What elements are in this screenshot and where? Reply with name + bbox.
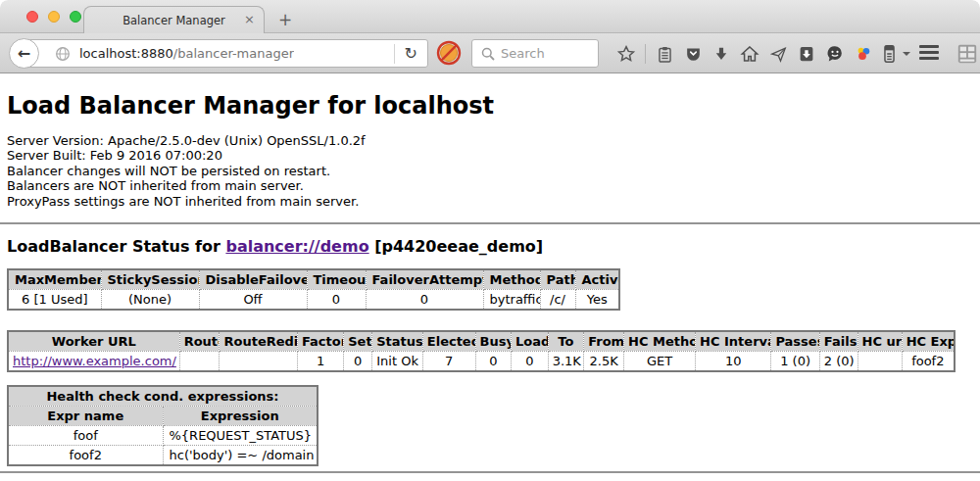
- col-routeredir: RouteRedir: [220, 331, 298, 352]
- reading-list-icon[interactable]: [653, 42, 676, 66]
- downloads-panel-icon[interactable]: [795, 42, 818, 66]
- cell-expression: hc('body') =~ /domain is established/: [163, 446, 318, 466]
- plugin-blocked-icon[interactable]: [436, 40, 462, 66]
- cell-route: [179, 352, 220, 372]
- bottom-divider: [0, 471, 980, 473]
- cell-expr-name: foof2: [8, 446, 163, 466]
- col-hc-method: HC Method: [624, 331, 696, 352]
- cell-hc-interval: 10: [696, 352, 771, 372]
- col-disablefailover: DisableFailover: [199, 269, 307, 290]
- cell-status: Init Ok: [372, 352, 423, 372]
- hc-table-title: Health check cond. expressions:: [8, 386, 318, 407]
- worker-url-link[interactable]: http://www.example.com/: [13, 354, 176, 368]
- page-content: Load Balancer Manager for localhost Serv…: [0, 74, 980, 481]
- table-row: http://www.example.com/ 1 0 Init Ok 7 0 …: [8, 352, 955, 372]
- minimize-window-button[interactable]: [48, 11, 60, 23]
- search-bar[interactable]: [471, 39, 599, 68]
- server-built-line: Server Built: Feb 9 2016 07:00:20: [7, 148, 980, 163]
- tab-groups-icon[interactable]: [956, 43, 978, 65]
- battery-extension-icon[interactable]: [880, 42, 898, 66]
- reload-button[interactable]: ↻: [395, 44, 427, 63]
- pocket-icon[interactable]: [681, 42, 705, 66]
- url-bar[interactable]: localhost:8880/balancer-manager ↻: [24, 39, 428, 68]
- col-worker-url: Worker URL: [8, 331, 179, 352]
- cell-hc-expr: foof2: [902, 352, 955, 372]
- cell-elected: 7: [422, 352, 475, 372]
- persist-warning-line: Balancer changes will NOT be persisted o…: [7, 164, 980, 178]
- col-elected: Elected: [422, 331, 475, 352]
- zoom-window-button[interactable]: [70, 11, 81, 23]
- cell-hc-uri: [858, 352, 902, 372]
- cell-from: 2.5K: [584, 352, 624, 372]
- cell-hc-method: GET: [624, 352, 696, 372]
- col-maxmembers: MaxMembers: [8, 269, 101, 290]
- close-window-button[interactable]: [26, 11, 38, 23]
- search-icon: [480, 46, 495, 61]
- col-to: To: [548, 331, 584, 352]
- col-busy: Busy: [475, 331, 512, 352]
- url-path: /balancer-manager: [173, 46, 294, 61]
- new-tab-button[interactable]: +: [278, 10, 292, 29]
- table-header-row: Worker URL Route RouteRedir Factor Set S…: [8, 331, 955, 352]
- health-check-table: Health check cond. expressions: Expr nam…: [7, 385, 318, 466]
- col-active: Active: [575, 269, 619, 290]
- cell-factor: 1: [297, 352, 343, 372]
- toolbar-divider: [645, 44, 646, 64]
- browser-window: Balancer Manager × + ← localhost:8880/ba…: [0, 0, 980, 481]
- col-set: Set: [344, 331, 372, 352]
- table-header-row: Expr name Expression: [8, 407, 318, 426]
- cell-timeout: 0: [307, 290, 366, 311]
- col-fails: Fails: [819, 331, 858, 352]
- chevron-down-icon[interactable]: [903, 52, 910, 60]
- table-header-row: MaxMembers StickySession DisableFailover…: [8, 269, 619, 290]
- cell-to: 3.1K: [548, 352, 584, 372]
- tab-close-icon[interactable]: ×: [244, 13, 255, 26]
- cell-passes: 1 (0): [771, 352, 819, 372]
- back-button[interactable]: ←: [9, 38, 39, 69]
- toolbar-icon-row: [614, 42, 910, 66]
- feedback-smiley-icon[interactable]: [823, 42, 847, 66]
- col-expression: Expression: [163, 407, 318, 426]
- cell-disablefailover: Off: [199, 290, 307, 311]
- col-load: Load: [512, 331, 549, 352]
- col-hc-uri: HC uri: [858, 331, 902, 352]
- balancer-demo-link[interactable]: balancer://demo: [225, 237, 368, 256]
- cell-maxmembers: 6 [1 Used]: [8, 290, 101, 311]
- cell-failoverattempts: 0: [366, 290, 483, 311]
- table-row: 6 [1 Used] (None) Off 0 0 bytraffic /c/ …: [8, 290, 619, 311]
- balancers-inherit-line: Balancers are NOT inherited from main se…: [7, 178, 980, 193]
- tab-title: Balancer Manager: [122, 14, 225, 27]
- status-heading-prefix: LoadBalancer Status for: [7, 237, 225, 256]
- globe-icon: [54, 45, 72, 63]
- status-heading-suffix: [p4420eeae_demo]: [369, 237, 544, 256]
- menu-button[interactable]: [919, 45, 939, 60]
- col-route: Route: [179, 331, 220, 352]
- color-dots-extension-icon[interactable]: [852, 42, 875, 66]
- table-row: foof %{REQUEST_STATUS} =~ /^[234]/: [8, 426, 318, 446]
- cell-set: 0: [344, 352, 372, 372]
- window-controls: [26, 11, 81, 23]
- url-text[interactable]: localhost:8880/balancer-manager: [79, 46, 294, 61]
- share-plane-icon[interactable]: [766, 42, 790, 66]
- navigation-toolbar: ← localhost:8880/balancer-manager ↻: [0, 32, 980, 73]
- section-divider: [0, 222, 980, 224]
- cell-method: bytraffic: [483, 290, 540, 311]
- col-method: Method: [483, 269, 540, 290]
- download-arrow-icon[interactable]: [710, 42, 733, 66]
- col-passes: Passes: [771, 331, 819, 352]
- col-stickysession: StickySession: [101, 269, 199, 290]
- table-row: foof2 hc('body') =~ /domain is establish…: [8, 446, 318, 466]
- home-icon[interactable]: [738, 42, 761, 66]
- table-title-row: Health check cond. expressions:: [8, 386, 318, 407]
- url-host: localhost:8880: [79, 46, 173, 61]
- cell-worker-url: http://www.example.com/: [8, 352, 179, 372]
- cell-load: 0: [512, 352, 549, 372]
- page-title: Load Balancer Manager for localhost: [7, 92, 980, 120]
- col-timeout: Timeout: [307, 269, 366, 290]
- col-factor: Factor: [297, 331, 343, 352]
- cell-fails: 2 (0): [819, 352, 858, 372]
- tab-balancer-manager[interactable]: Balancer Manager ×: [83, 6, 265, 33]
- cell-expr-name: foof: [8, 426, 163, 446]
- bookmark-star-icon[interactable]: [614, 42, 638, 66]
- search-input[interactable]: [501, 46, 584, 61]
